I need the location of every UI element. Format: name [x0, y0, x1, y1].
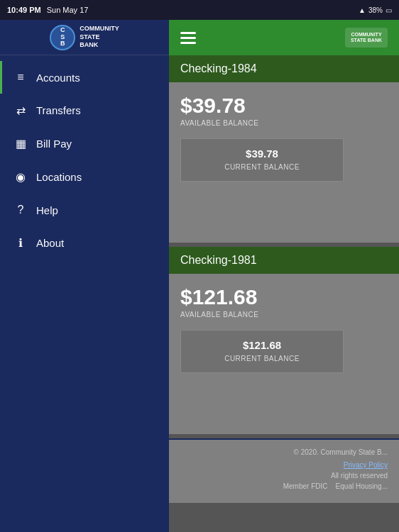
status-time: 10:49 PM — [7, 6, 41, 14]
header-logo: COMMUNITYSTATE BANK — [331, 27, 388, 48]
hamburger-line-3 — [180, 42, 196, 44]
account-1984-current-balance-box: $39.78 CURRENT BALANCE — [180, 138, 344, 182]
sidebar-logo-full-text: COMMUNITYSTATEBANK — [80, 25, 119, 50]
account-card-1981[interactable]: Checking-1981 $121.68 AVAILABLE BALANCE … — [169, 247, 399, 434]
status-bar: 10:49 PM Sun May 17 ▲ 38% ▭ — [0, 0, 399, 20]
sidebar-item-about-label: About — [36, 237, 64, 249]
billpay-icon: ▦ — [13, 137, 28, 150]
help-icon: ? — [13, 204, 28, 216]
account-card-1984[interactable]: Checking-1984 $39.78 AVAILABLE BALANCE $… — [169, 55, 399, 243]
account-card-1984-header: Checking-1984 — [169, 55, 399, 82]
sidebar: CSB COMMUNITYSTATEBANK ≡ Accounts ⇄ Tran… — [0, 20, 169, 532]
main-header: COMMUNITYSTATE BANK — [169, 20, 399, 55]
footer-fdic-text: Member FDIC — [283, 482, 328, 490]
wifi-icon: ▲ — [359, 6, 366, 14]
account-card-1984-body: $39.78 AVAILABLE BALANCE $39.78 CURRENT … — [169, 82, 399, 243]
sidebar-item-transfers[interactable]: ⇄ Transfers — [0, 94, 169, 127]
sidebar-item-accounts[interactable]: ≡ Accounts — [0, 61, 169, 94]
account-card-1984-title: Checking-1984 — [180, 62, 257, 74]
sidebar-logo-text: CSB — [60, 27, 65, 48]
account-1984-current-amount: $39.78 — [190, 148, 334, 160]
main-content: COMMUNITYSTATE BANK Checking-1984 $39.78… — [169, 20, 399, 532]
account-1984-available-amount: $39.78 — [180, 94, 388, 118]
account-card-1981-title: Checking-1981 — [180, 254, 257, 266]
hamburger-line-1 — [180, 32, 196, 34]
account-1981-spacer — [180, 373, 388, 423]
status-date: Sun May 17 — [47, 6, 89, 14]
sidebar-item-help-label: Help — [36, 204, 58, 216]
account-1984-current-label: CURRENT BALANCE — [224, 163, 300, 171]
sidebar-item-accounts-label: Accounts — [36, 72, 80, 84]
account-1981-current-label: CURRENT BALANCE — [224, 355, 300, 362]
accounts-list: Checking-1984 $39.78 AVAILABLE BALANCE $… — [169, 55, 399, 532]
battery-percent: 38% — [368, 6, 383, 14]
footer-privacy-link[interactable]: Privacy Policy — [344, 461, 388, 469]
account-1984-spacer — [180, 182, 388, 231]
sidebar-item-locations[interactable]: ◉ Locations — [0, 160, 169, 194]
sidebar-item-locations-label: Locations — [36, 171, 82, 183]
header-logo-text: COMMUNITYSTATE BANK — [351, 32, 382, 43]
hamburger-button[interactable] — [180, 32, 196, 44]
status-icons: ▲ 38% ▭ — [359, 6, 392, 14]
logo-container: CSB COMMUNITYSTATEBANK — [50, 25, 119, 50]
sidebar-header: CSB COMMUNITYSTATEBANK — [0, 20, 169, 55]
footer: © 2020. Community State B... Privacy Pol… — [169, 438, 399, 503]
sidebar-item-billpay[interactable]: ▦ Bill Pay — [0, 127, 169, 160]
sidebar-logo: CSB — [50, 25, 75, 50]
account-1981-current-balance-box: $121.68 CURRENT BALANCE — [180, 330, 344, 373]
hamburger-line-2 — [180, 37, 196, 39]
header-logo-inner: COMMUNITYSTATE BANK — [345, 28, 388, 48]
footer-copyright: © 2020. Community State B... — [180, 447, 388, 458]
accounts-icon: ≡ — [13, 71, 28, 84]
transfers-icon: ⇄ — [13, 104, 28, 117]
account-1981-current-amount: $121.68 — [190, 339, 334, 351]
account-1984-available-label: AVAILABLE BALANCE — [180, 119, 388, 127]
locations-icon: ◉ — [13, 170, 28, 184]
account-card-1981-body: $121.68 AVAILABLE BALANCE $121.68 CURREN… — [169, 274, 399, 434]
app-container: CSB COMMUNITYSTATEBANK ≡ Accounts ⇄ Tran… — [0, 20, 399, 532]
sidebar-item-help[interactable]: ? Help — [0, 194, 169, 226]
footer-equal-housing: Equal Housing... — [336, 482, 388, 490]
sidebar-item-transfers-label: Transfers — [36, 104, 81, 116]
account-1981-available-amount: $121.68 — [180, 285, 388, 309]
account-card-1981-header: Checking-1981 — [169, 247, 399, 274]
footer-rights: All rights reserved — [180, 470, 388, 481]
sidebar-item-about[interactable]: ℹ About — [0, 226, 169, 260]
footer-fdic: Member FDIC Equal Housing... — [180, 481, 388, 492]
account-1981-available-label: AVAILABLE BALANCE — [180, 311, 388, 318]
about-icon: ℹ — [13, 236, 28, 250]
sidebar-item-billpay-label: Bill Pay — [36, 138, 72, 150]
battery-icon: ▭ — [386, 6, 392, 14]
sidebar-nav: ≡ Accounts ⇄ Transfers ▦ Bill Pay ◉ Loca… — [0, 55, 169, 260]
